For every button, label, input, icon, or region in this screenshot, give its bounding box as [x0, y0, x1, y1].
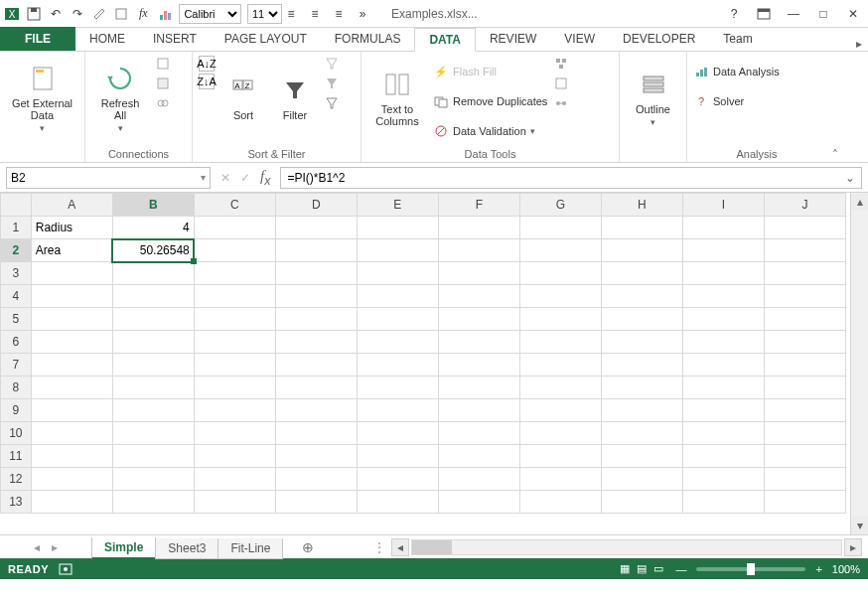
cell-A8[interactable] [31, 377, 112, 399]
advanced-icon[interactable] [324, 95, 340, 111]
cell-I8[interactable] [682, 377, 764, 399]
tab-team[interactable]: Team [709, 27, 766, 51]
cell-D12[interactable] [275, 468, 357, 491]
cell-D1[interactable] [275, 217, 357, 239]
cell-E10[interactable] [357, 422, 438, 445]
cell-G9[interactable] [519, 399, 601, 422]
page-break-icon[interactable]: ▭ [651, 562, 665, 574]
cell-I3[interactable] [682, 262, 764, 285]
data-validation-button[interactable]: Data Validation ▾ [433, 119, 547, 143]
zoom-in-icon[interactable]: + [815, 563, 821, 575]
fx-icon[interactable]: fx [260, 168, 270, 188]
col-header-G[interactable]: G [519, 194, 601, 217]
connections-icon[interactable] [155, 56, 171, 72]
tab-developer[interactable]: DEVELOPER [609, 27, 709, 51]
cell-B5[interactable] [112, 308, 194, 331]
minimize-icon[interactable]: — [783, 3, 804, 25]
cell-F1[interactable] [438, 217, 519, 239]
cell-H11[interactable] [601, 445, 682, 468]
align-left-icon[interactable]: ≡ [282, 5, 300, 23]
cell-I12[interactable] [682, 468, 764, 491]
cell-B1[interactable]: 4 [112, 217, 194, 239]
maximize-icon[interactable]: □ [812, 3, 834, 25]
col-header-H[interactable]: H [601, 194, 682, 217]
sort-button[interactable]: AZ Sort [220, 56, 266, 139]
expand-formula-icon[interactable]: ⌄ [845, 171, 855, 185]
normal-view-icon[interactable]: ▦ [618, 562, 632, 574]
cell-J11[interactable] [764, 445, 845, 468]
col-header-D[interactable]: D [275, 194, 357, 217]
cell-D9[interactable] [275, 399, 357, 422]
cell-C10[interactable] [194, 422, 275, 445]
tab-review[interactable]: REVIEW [476, 27, 550, 51]
cell-J5[interactable] [764, 308, 845, 331]
file-tab[interactable]: FILE [0, 27, 75, 51]
cell-D4[interactable] [275, 285, 357, 308]
cell-F10[interactable] [438, 422, 519, 445]
cell-F13[interactable] [438, 491, 519, 514]
cell-E9[interactable] [357, 399, 438, 422]
cell-G1[interactable] [519, 217, 601, 239]
scroll-right-icon[interactable]: ▸ [844, 538, 862, 556]
page-layout-icon[interactable]: ▤ [635, 562, 649, 574]
cell-G6[interactable] [519, 331, 601, 354]
cell-J12[interactable] [764, 468, 845, 491]
sheet-nav-prev-icon[interactable]: ◂ [34, 540, 40, 554]
macro-record-icon[interactable] [59, 563, 72, 575]
cell-H8[interactable] [601, 377, 682, 399]
tab-formulas[interactable]: FORMULAS [321, 27, 415, 51]
filter-button[interactable]: Filter [272, 56, 318, 139]
sort-desc-icon[interactable]: Z↓A [199, 74, 215, 89]
cell-E13[interactable] [357, 491, 438, 514]
font-size-select[interactable]: 11 [247, 4, 282, 24]
cell-A3[interactable] [31, 262, 112, 285]
cell-G12[interactable] [519, 468, 601, 491]
solver-button[interactable]: ? Solver [693, 89, 780, 113]
cell-D11[interactable] [275, 445, 357, 468]
tab-page-layout[interactable]: PAGE LAYOUT [211, 27, 321, 51]
edit-links-icon[interactable] [155, 95, 171, 111]
cell-H3[interactable] [601, 262, 682, 285]
cell-D10[interactable] [275, 422, 357, 445]
cell-G2[interactable] [519, 239, 601, 262]
cell-I1[interactable] [682, 217, 764, 239]
cell-F9[interactable] [438, 399, 519, 422]
zoom-out-icon[interactable]: — [675, 563, 686, 575]
tab-insert[interactable]: INSERT [139, 27, 211, 51]
sheet-tab-sheet3[interactable]: Sheet3 [155, 538, 218, 559]
cell-E6[interactable] [357, 331, 438, 354]
cell-F11[interactable] [438, 445, 519, 468]
data-analysis-button[interactable]: Data Analysis [693, 60, 780, 83]
cell-grid[interactable]: A B C D E F G H I J 1Radius42Area50.2654… [0, 193, 846, 514]
col-header-F[interactable]: F [438, 194, 519, 217]
cell-C1[interactable] [194, 217, 275, 239]
cell-F12[interactable] [438, 468, 519, 491]
cell-D7[interactable] [275, 354, 357, 377]
sheet-tab-fitline[interactable]: Fit-Line [217, 538, 283, 559]
cell-J6[interactable] [764, 331, 845, 354]
cell-B12[interactable] [112, 468, 194, 491]
cell-A4[interactable] [31, 285, 112, 308]
zoom-slider[interactable] [696, 567, 805, 571]
cell-B7[interactable] [112, 354, 194, 377]
cell-G4[interactable] [519, 285, 601, 308]
sheet-nav-next-icon[interactable]: ▸ [52, 540, 58, 554]
chevron-down-icon[interactable]: ▾ [201, 172, 206, 183]
cell-I4[interactable] [682, 285, 764, 308]
properties-icon[interactable] [155, 75, 171, 91]
tab-view[interactable]: VIEW [550, 27, 609, 51]
paint-icon[interactable] [91, 5, 107, 23]
cell-F2[interactable] [438, 239, 519, 262]
vertical-scrollbar[interactable]: ▴ ▾ [850, 193, 868, 534]
outline-button[interactable]: Outline ▾ [626, 56, 680, 139]
cell-B9[interactable] [112, 399, 194, 422]
cell-B10[interactable] [112, 422, 194, 445]
cell-H7[interactable] [601, 354, 682, 377]
refresh-all-button[interactable]: Refresh All ▾ [91, 56, 149, 139]
cell-I11[interactable] [682, 445, 764, 468]
cell-E11[interactable] [357, 445, 438, 468]
clear-icon[interactable] [324, 56, 340, 72]
cell-C6[interactable] [194, 331, 275, 354]
redo-icon[interactable]: ↷ [70, 5, 85, 23]
row-header-1[interactable]: 1 [1, 217, 32, 239]
